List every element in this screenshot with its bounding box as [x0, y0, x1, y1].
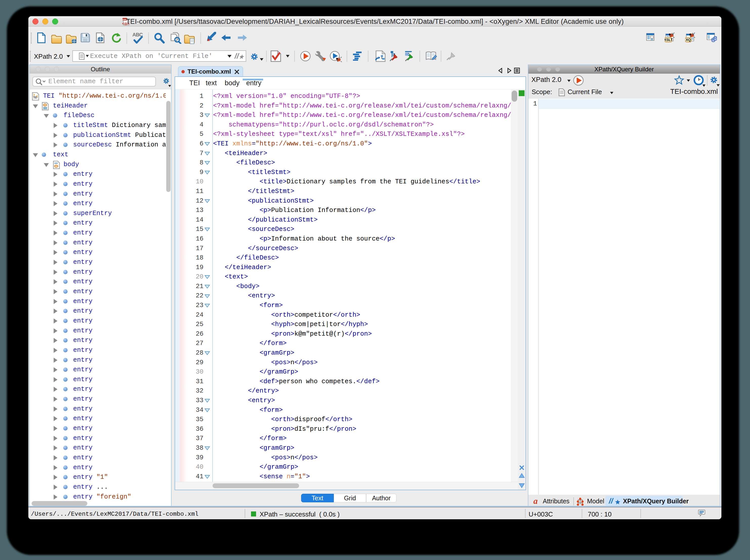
- svg-text:XQ: XQ: [686, 38, 691, 42]
- svg-text:XSLT: XSLT: [665, 38, 673, 42]
- svg-text:TEI: TEI: [33, 96, 37, 99]
- svg-text:*: *: [207, 37, 210, 43]
